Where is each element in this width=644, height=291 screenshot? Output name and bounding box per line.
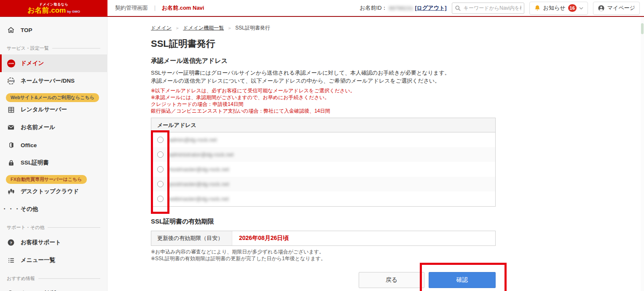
office-icon xyxy=(7,141,15,149)
mail-icon xyxy=(7,123,15,132)
sidebar-item-rental-server[interactable]: レンタルサーバー xyxy=(0,101,107,119)
breadcrumb-domain-functions[interactable]: ドメイン機能一覧 xyxy=(183,24,224,32)
sidebar-item-label: お客様サポート xyxy=(21,239,61,246)
sidebar-item-label: お名前メール xyxy=(21,124,55,131)
sidebar-section-services: サービス・設定一覧 xyxy=(0,39,107,54)
server-icon xyxy=(7,105,15,114)
confirm-button[interactable]: 確認 xyxy=(429,272,496,288)
main-content: ドメイン ＞ ドメイン機能一覧 ＞ SSL証明書発行 SSL証明書発行 承認メー… xyxy=(108,17,641,291)
sidebar-item-onamae-mail[interactable]: お名前メール xyxy=(0,119,107,136)
form-actions: 戻る 確認 xyxy=(151,272,496,288)
logo-brand: お名前.com xyxy=(27,7,66,14)
scrollbar-track xyxy=(641,17,644,291)
email-address: webmaster@dg-rock.net xyxy=(169,196,229,202)
chevron-down-icon xyxy=(579,7,583,10)
scrollbar-thumb[interactable] xyxy=(641,23,644,34)
sidebar-item-top[interactable]: TOP xyxy=(0,21,107,39)
email-row[interactable]: webmaster@dg-rock.net xyxy=(151,191,495,206)
candlestick-chart-icon xyxy=(7,187,15,196)
magnifier-icon xyxy=(7,289,15,291)
sidebar-item-label: ドメイン xyxy=(21,59,44,67)
sidebar-item-label: レンタルサーバー xyxy=(21,106,67,113)
notice-badge: 16 xyxy=(568,4,577,12)
breadcrumb: ドメイン ＞ ドメイン機能一覧 ＞ SSL証明書発行 xyxy=(151,24,641,32)
email-address-table: メールアドレス admin@dg-rock.net administrator@… xyxy=(151,118,496,207)
email-radio[interactable] xyxy=(157,181,164,187)
sidebar-item-label: TOP xyxy=(21,27,32,33)
email-radio[interactable] xyxy=(157,151,164,158)
approval-warning-notes: ※以下メールアドレスは、必ずお客様にて受信可能なメールアドレスをご選択ください。… xyxy=(151,88,641,114)
home-icon xyxy=(7,26,15,34)
email-row[interactable]: admin@dg-rock.net xyxy=(151,132,495,147)
email-radio[interactable] xyxy=(157,196,164,202)
account-id-value: 99799231 xyxy=(389,5,413,11)
sidebar-item-menu-list[interactable]: メニュー一覧 xyxy=(0,251,107,269)
breadcrumb-separator: ＞ xyxy=(227,25,232,31)
account-info: お名前ID： 99799231 [ログアウト] xyxy=(360,4,446,12)
navi-search xyxy=(452,3,524,14)
expiry-notes: ※お申込み内容の審査などにより、期限日が多少ずれる場合がございます。 ※SSL証… xyxy=(151,248,641,262)
logo-by: by GMO xyxy=(67,10,80,13)
header-right: お名前ID： 99799231 [ログアウト] お知らせ 16 マイページ xyxy=(360,2,644,15)
page-title: SSL証明書発行 xyxy=(151,38,641,50)
dns-icon: DNS xyxy=(7,77,15,85)
sidebar-item-label: Office xyxy=(21,142,37,148)
sidebar-item-label: ネームサーバー/DNS xyxy=(21,77,75,85)
sidebar-item-desktop-cloud[interactable]: デスクトップクラウド xyxy=(0,183,107,200)
expiry-row-label: 更新後の有効期限（目安） xyxy=(151,231,232,245)
svg-text:DNS: DNS xyxy=(8,80,13,82)
email-row[interactable]: postmaster@dg-rock.net xyxy=(151,177,495,191)
notice-button[interactable]: お知らせ 16 xyxy=(529,2,588,15)
email-address: postmaster@dg-rock.net xyxy=(169,181,229,187)
header-nav: 契約管理画面 ｜ お名前.com Navi xyxy=(115,4,204,12)
back-button[interactable]: 戻る xyxy=(359,272,424,288)
breadcrumb-separator: ＞ xyxy=(175,25,180,31)
notice-label: お知らせ xyxy=(543,4,566,12)
top-header: ドメイン取るなら お名前.com by GMO 契約管理画面 ｜ お名前.com… xyxy=(0,0,644,17)
web-mail-promo-badge[interactable]: Webサイト&メールのご利用ならこちら xyxy=(6,93,99,102)
sidebar-section-support: サポート・その他 xyxy=(0,218,107,234)
email-address: administrator@dg-rock.net xyxy=(169,151,233,158)
list-icon xyxy=(7,256,15,264)
header-nav-separator: ｜ xyxy=(152,4,158,12)
search-icon xyxy=(455,5,461,11)
contract-screen-link[interactable]: 契約管理画面 xyxy=(115,4,148,12)
sidebar-item-label: メニュー一覧 xyxy=(21,256,55,264)
email-radio[interactable] xyxy=(157,166,164,172)
expiry-heading: SSL証明書の有効期限 xyxy=(151,218,641,226)
email-address: hostmaster@dg-rock.net xyxy=(169,166,229,172)
search-input[interactable] xyxy=(452,3,524,14)
mypage-label: マイページ xyxy=(607,4,635,12)
email-address: admin@dg-rock.net xyxy=(169,137,217,143)
lock-icon xyxy=(7,159,15,167)
bell-icon xyxy=(534,5,541,11)
expiry-row-value: 2026年08月26日頃 xyxy=(232,231,495,245)
question-circle-icon: ? xyxy=(7,238,15,247)
sidebar-item-dns[interactable]: DNS ネームサーバー/DNS xyxy=(0,72,107,90)
approval-heading: 承認メール送信先アドレス xyxy=(151,57,641,65)
breadcrumb-current: SSL証明書発行 xyxy=(235,24,270,32)
email-radio[interactable] xyxy=(157,137,164,143)
breadcrumb-domain[interactable]: ドメイン xyxy=(151,24,172,32)
fx-server-promo-badge[interactable]: FX自動売買専用サーバーはこちら xyxy=(6,175,87,184)
sidebar-item-other[interactable]: ・・・ その他 xyxy=(0,200,107,218)
sidebar-item-label: その他 xyxy=(21,205,38,213)
account-id-label: お名前ID： xyxy=(360,4,387,12)
sidebar-item-domain[interactable]: .com ドメイン xyxy=(0,54,107,72)
logout-link[interactable]: [ログアウト] xyxy=(415,4,446,12)
page: ドメイン取るなら お名前.com by GMO 契約管理画面 ｜ お名前.com… xyxy=(0,0,644,291)
svg-text:?: ? xyxy=(10,240,12,245)
sidebar-item-customer-support[interactable]: ? お客様サポート xyxy=(0,234,107,251)
mypage-button[interactable]: マイページ xyxy=(593,2,640,15)
sidebar-item-office[interactable]: Office xyxy=(0,136,107,154)
onamae-logo[interactable]: ドメイン取るなら お名前.com by GMO xyxy=(0,0,107,16)
sidebar: TOP サービス・設定一覧 .com ドメイン DNS ネームサーバー/DNS … xyxy=(0,17,107,291)
email-row[interactable]: hostmaster@dg-rock.net xyxy=(151,162,495,177)
sidebar-item-ssl[interactable]: SSL証明書 xyxy=(0,154,107,172)
expiry-table: 更新後の有効期限（目安） 2026年08月26日頃 xyxy=(151,231,496,246)
email-row[interactable]: administrator@dg-rock.net xyxy=(151,147,495,162)
navi-link[interactable]: お名前.com Navi xyxy=(162,4,204,12)
sidebar-item-net-de-shindan[interactable]: ネットde診断 xyxy=(0,285,107,291)
sidebar-item-label: デスクトップクラウド xyxy=(21,188,79,195)
approval-description: SSLサーバー証明書にはグローバルサインから送信される承認メールに対して、本人確… xyxy=(151,69,641,85)
